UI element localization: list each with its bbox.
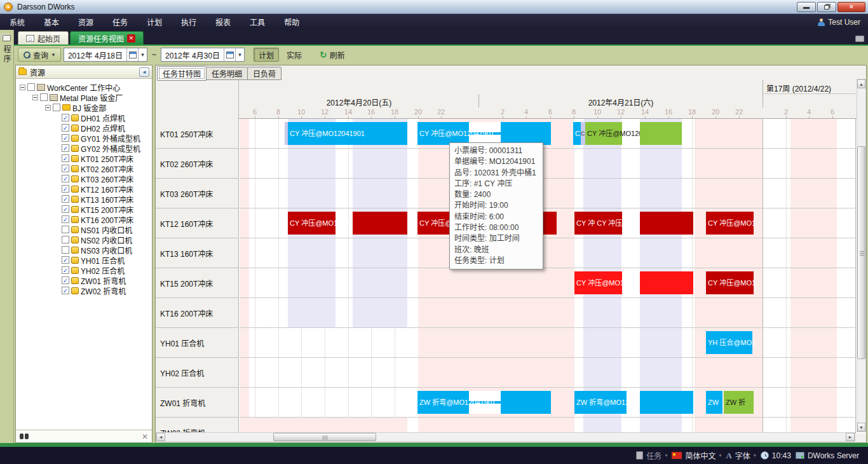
tree-node[interactable]: ✓KT03 260T冲床 bbox=[16, 174, 152, 184]
close-button[interactable]: ✕ bbox=[837, 2, 865, 12]
task-bar[interactable]: CY 冲压@MO1 bbox=[706, 271, 754, 294]
user-indicator[interactable]: Test User bbox=[818, 14, 860, 30]
tree-checkbox[interactable] bbox=[62, 236, 69, 243]
task-bar[interactable] bbox=[501, 122, 551, 145]
task-bar[interactable] bbox=[353, 212, 407, 235]
tree-checkbox[interactable]: ✓ bbox=[62, 114, 69, 121]
task-bar[interactable]: ZW bbox=[706, 391, 722, 414]
tree-node[interactable]: ✓KT15 200T冲床 bbox=[16, 204, 152, 214]
task-bar[interactable] bbox=[640, 122, 682, 145]
tree-node[interactable]: ✓YH02 压合机 bbox=[16, 265, 152, 275]
tree-expander-icon[interactable] bbox=[45, 105, 51, 111]
tree-node[interactable]: ✓GY02 外桶成型机 bbox=[16, 143, 152, 153]
tree-checkbox[interactable] bbox=[62, 226, 69, 233]
plan-toggle-button[interactable]: 计划 bbox=[254, 48, 279, 62]
close-icon[interactable]: ✕ bbox=[142, 432, 148, 441]
menu-item[interactable]: 系统 bbox=[0, 14, 34, 30]
tree-checkbox[interactable] bbox=[40, 93, 48, 101]
task-bar[interactable]: CY 冲压@MO12041902 bbox=[585, 122, 622, 145]
tab-close-icon[interactable]: ✕ bbox=[127, 34, 135, 43]
task-bar[interactable] bbox=[640, 391, 693, 414]
task-bar[interactable] bbox=[640, 271, 693, 294]
window-list-icon[interactable] bbox=[855, 36, 864, 42]
tree-node[interactable]: ✓DH02 点焊机 bbox=[16, 123, 152, 133]
horizontal-scrollbar[interactable]: ◄ ► bbox=[156, 432, 855, 442]
menu-item[interactable]: 帮助 bbox=[275, 14, 309, 30]
tree-checkbox[interactable]: ✓ bbox=[62, 276, 69, 284]
tree-node[interactable]: NS01 内收口机 bbox=[16, 224, 152, 235]
menu-item[interactable]: 任务 bbox=[103, 14, 137, 30]
status-language-menu[interactable]: 简体中文 ▾ bbox=[672, 450, 721, 461]
tree-checkbox[interactable]: ✓ bbox=[62, 165, 69, 172]
actual-toggle-button[interactable]: 实际 bbox=[281, 48, 307, 62]
view-tab[interactable]: 任务甘特图 bbox=[157, 66, 207, 81]
tree-node[interactable]: ✓GY01 外桶成型机 bbox=[16, 133, 152, 143]
rail-tab-label[interactable]: 程序 bbox=[1, 45, 12, 64]
horizontal-scrollbar-thumb[interactable] bbox=[273, 433, 376, 441]
vertical-scrollbar-thumb[interactable] bbox=[857, 146, 865, 359]
tree-checkbox[interactable]: ✓ bbox=[62, 175, 69, 182]
tree-checkbox[interactable]: ✓ bbox=[62, 154, 69, 162]
query-button[interactable]: 查询 ▼ bbox=[18, 48, 61, 62]
minimize-button[interactable]: ▬ bbox=[797, 2, 816, 12]
task-bar[interactable]: ZW 折 bbox=[724, 391, 754, 414]
refresh-button[interactable]: ↻ 刷新 bbox=[315, 48, 350, 62]
tree-node[interactable]: Metal Plate 钣金厂 bbox=[16, 92, 152, 102]
tree-find-bar[interactable]: ✕ bbox=[16, 430, 152, 442]
calendar-icon[interactable] bbox=[126, 48, 138, 61]
view-tab[interactable]: 任务明细 bbox=[206, 67, 248, 80]
task-bar[interactable]: ZW 折弯@MO12041901 bbox=[417, 391, 469, 414]
tree-node[interactable]: ✓KT13 160T冲床 bbox=[16, 194, 152, 204]
panel-icon[interactable] bbox=[3, 35, 11, 41]
task-bar[interactable] bbox=[501, 391, 551, 414]
tree-checkbox[interactable] bbox=[27, 83, 35, 91]
tree-node[interactable]: BJ 钣金部 bbox=[16, 102, 152, 113]
tab-resource-task-view[interactable]: 资源任务视图 ✕ bbox=[70, 31, 144, 44]
task-bar[interactable]: CY 冲 CY 冲压@MO12041904 bbox=[574, 212, 622, 235]
tree-node[interactable]: WorkCenter 工作中心 bbox=[16, 82, 152, 92]
tab-home[interactable]: ⌂ 起始页 bbox=[18, 31, 69, 44]
status-font-menu[interactable]: A 字体 ▾ bbox=[726, 450, 756, 461]
collapse-panel-button[interactable]: ◄ bbox=[139, 67, 149, 77]
task-bar[interactable]: CY 冲压@MO12041901 bbox=[417, 122, 469, 145]
tree-checkbox[interactable]: ✓ bbox=[62, 185, 69, 193]
view-tab[interactable]: 日负荷 bbox=[247, 67, 281, 80]
scroll-right-button[interactable]: ► bbox=[846, 433, 855, 441]
tree-checkbox[interactable]: ✓ bbox=[62, 256, 69, 264]
tree-node[interactable]: ✓KT02 260T冲床 bbox=[16, 163, 152, 174]
tree-node[interactable]: ✓KT01 250T冲床 bbox=[16, 153, 152, 163]
tree-node[interactable]: ✓YH01 压合机 bbox=[16, 255, 152, 265]
tree-checkbox[interactable]: ✓ bbox=[62, 287, 69, 294]
tree-expander-icon[interactable] bbox=[20, 85, 25, 90]
vertical-scrollbar[interactable]: ▲ ▼ bbox=[857, 79, 866, 432]
scroll-down-button[interactable]: ▼ bbox=[857, 423, 865, 432]
tree-node[interactable]: ✓ZW02 折弯机 bbox=[16, 285, 152, 296]
scroll-up-button[interactable]: ▲ bbox=[857, 79, 865, 88]
tree-checkbox[interactable]: ✓ bbox=[62, 124, 69, 132]
chevron-down-icon[interactable]: ▼ bbox=[235, 48, 244, 61]
tree-checkbox[interactable]: ✓ bbox=[62, 195, 69, 203]
task-bar[interactable]: YH 压合@MO1 bbox=[706, 331, 752, 354]
scroll-left-button[interactable]: ◄ bbox=[156, 433, 165, 441]
task-bar[interactable]: C bbox=[573, 122, 581, 145]
tree-checkbox[interactable] bbox=[62, 246, 69, 254]
tree-node[interactable]: ✓KT12 160T冲床 bbox=[16, 184, 152, 194]
tree-checkbox[interactable]: ✓ bbox=[62, 205, 69, 213]
restore-button[interactable] bbox=[817, 2, 836, 12]
menu-item[interactable]: 基本 bbox=[34, 14, 69, 30]
task-bar[interactable]: CY 冲压@MO12041904 bbox=[288, 212, 336, 235]
tree-checkbox[interactable]: ✓ bbox=[62, 144, 69, 152]
task-bar[interactable]: C bbox=[581, 122, 585, 145]
tree-node[interactable]: ✓KT16 200T冲床 bbox=[16, 214, 152, 224]
task-bar[interactable]: CY 冲压@MO12041901 bbox=[288, 122, 407, 145]
task-bar[interactable]: CY 冲压@MO1 bbox=[706, 212, 754, 235]
menu-item[interactable]: 执行 bbox=[172, 14, 206, 30]
tree-node[interactable]: ✓ZW01 折弯机 bbox=[16, 275, 152, 285]
tree-node[interactable]: ✓DH01 点焊机 bbox=[16, 113, 152, 123]
tree-checkbox[interactable]: ✓ bbox=[62, 215, 69, 223]
menu-item[interactable]: 工具 bbox=[240, 14, 275, 30]
calendar-icon[interactable] bbox=[224, 48, 235, 61]
tree-checkbox[interactable] bbox=[53, 104, 60, 111]
tree-expander-icon[interactable] bbox=[32, 95, 38, 100]
tree-checkbox[interactable]: ✓ bbox=[62, 134, 69, 142]
